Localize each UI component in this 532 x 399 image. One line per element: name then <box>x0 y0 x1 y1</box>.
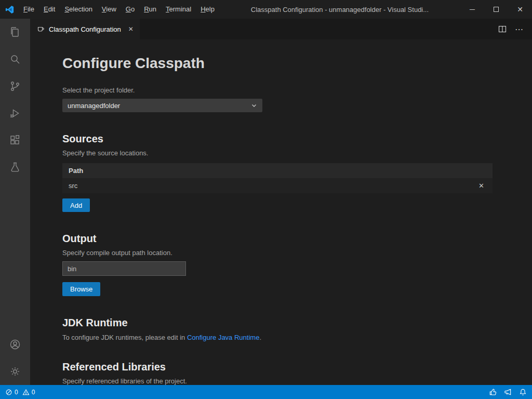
referenced-libraries-heading: Referenced Libraries <box>62 361 532 373</box>
browse-button[interactable]: Browse <box>62 282 100 296</box>
explorer-icon[interactable] <box>0 19 30 46</box>
search-icon[interactable] <box>0 46 30 73</box>
sources-heading: Sources <box>62 133 532 145</box>
window-title: Classpath Configuration - unmanagedfolde… <box>219 6 460 14</box>
statusbar-right <box>489 388 527 396</box>
menu-file[interactable]: File <box>19 0 39 19</box>
testing-icon[interactable] <box>0 154 30 181</box>
sources-description: Specify the source locations. <box>62 149 532 157</box>
activity-bar <box>0 19 30 385</box>
warning-count: 0 <box>32 389 35 396</box>
notifications-bell-icon[interactable] <box>519 388 527 396</box>
vscode-logo <box>0 5 19 14</box>
source-control-icon[interactable] <box>0 73 30 100</box>
jdk-runtime-text: To configure JDK runtimes, please edit i… <box>62 334 532 341</box>
menu-terminal[interactable]: Terminal <box>161 0 196 19</box>
announcement-icon[interactable] <box>504 388 512 396</box>
maximize-icon[interactable] <box>484 0 508 19</box>
menu-go[interactable]: Go <box>121 0 139 19</box>
jdk-text-after: . <box>259 334 261 341</box>
output-description: Specify compile output path location. <box>62 249 532 257</box>
jdk-runtime-heading: JDK Runtime <box>62 317 532 329</box>
jdk-text-before: To configure JDK runtimes, please edit i… <box>62 334 187 341</box>
table-row: src ✕ <box>62 178 493 193</box>
project-folder-label: Select the project folder. <box>62 86 532 94</box>
referenced-libraries-description: Specify referenced libraries of the proj… <box>62 377 532 385</box>
menu-run[interactable]: Run <box>139 0 161 19</box>
classpath-webview: Configure Classpath Select the project f… <box>30 39 532 385</box>
classpath-tab-icon <box>36 25 45 33</box>
tab-bar: Classpath Configuration ✕ ⋯ <box>30 19 532 39</box>
editor-area: Classpath Configuration ✕ ⋯ Configure Cl… <box>30 19 532 385</box>
main-area: Classpath Configuration ✕ ⋯ Configure Cl… <box>0 19 532 385</box>
menu-edit[interactable]: Edit <box>39 0 60 19</box>
chevron-down-icon <box>251 102 257 109</box>
configure-java-runtime-link[interactable]: Configure Java Runtime <box>187 334 259 341</box>
warning-icon <box>22 389 30 396</box>
tab-label: Classpath Configuration <box>49 25 121 33</box>
remove-source-icon[interactable]: ✕ <box>476 182 486 190</box>
menu-view[interactable]: View <box>97 0 121 19</box>
editor-actions: ⋯ <box>498 19 532 39</box>
extensions-icon[interactable] <box>0 127 30 154</box>
status-bar: 0 0 <box>0 385 532 399</box>
project-folder-select[interactable]: unmanagedfolder <box>62 99 262 112</box>
page-title: Configure Classpath <box>62 55 532 72</box>
problems-errors[interactable]: 0 <box>5 389 18 396</box>
minimize-icon[interactable]: ─ <box>460 0 484 19</box>
titlebar: File Edit Selection View Go Run Terminal… <box>0 0 532 19</box>
menubar: File Edit Selection View Go Run Terminal… <box>19 0 219 19</box>
window-controls: ─ ✕ <box>460 0 532 19</box>
source-path-value: src <box>69 182 77 190</box>
error-count: 0 <box>15 389 18 396</box>
vscode-window: File Edit Selection View Go Run Terminal… <box>0 0 532 399</box>
sources-table: Path src ✕ <box>62 163 493 193</box>
add-source-button[interactable]: Add <box>62 198 90 212</box>
output-heading: Output <box>62 233 532 245</box>
output-path-input[interactable] <box>62 261 186 276</box>
project-folder-value: unmanagedfolder <box>68 102 120 110</box>
accounts-icon[interactable] <box>0 331 30 358</box>
feedback-thumbs-icon[interactable] <box>489 388 497 396</box>
problems-warnings[interactable]: 0 <box>22 389 35 396</box>
split-editor-icon[interactable] <box>498 25 507 33</box>
menu-help[interactable]: Help <box>196 0 219 19</box>
sources-table-header: Path <box>62 163 493 178</box>
error-icon <box>5 389 12 396</box>
window-close-icon[interactable]: ✕ <box>508 0 532 19</box>
settings-gear-icon[interactable] <box>0 358 30 385</box>
menu-selection[interactable]: Selection <box>60 0 97 19</box>
more-actions-icon[interactable]: ⋯ <box>515 24 524 34</box>
tab-close-icon[interactable]: ✕ <box>128 25 134 33</box>
run-and-debug-icon[interactable] <box>0 100 30 127</box>
tab-classpath-configuration[interactable]: Classpath Configuration ✕ <box>30 19 140 39</box>
